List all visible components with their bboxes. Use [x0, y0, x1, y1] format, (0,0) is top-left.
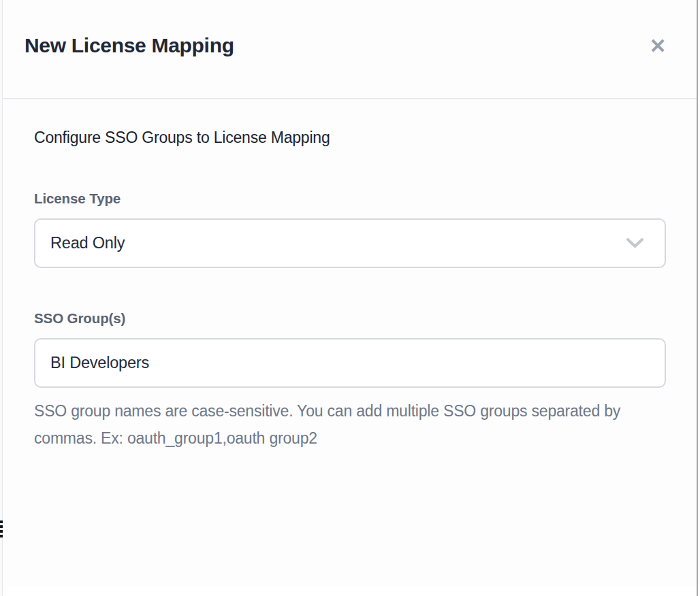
screen: New License Mapping ✕ Configure SSO Grou… [0, 0, 700, 596]
modal-body: Configure SSO Groups to License Mapping … [3, 99, 700, 452]
modal-header: New License Mapping ✕ [3, 0, 700, 99]
close-icon: ✕ [649, 35, 666, 57]
scrollbar-track[interactable] [697, 0, 700, 596]
license-type-label: License Type [34, 191, 700, 207]
license-type-selected-value: Read Only [50, 234, 125, 252]
modal-footer [7, 586, 700, 596]
new-license-mapping-modal: New License Mapping ✕ Configure SSO Grou… [3, 0, 700, 596]
close-button[interactable]: ✕ [643, 33, 673, 60]
clipped-list-icon [0, 520, 3, 540]
modal-title: New License Mapping [25, 34, 234, 57]
sso-groups-help-text: SSO group names are case-sensitive. You … [34, 397, 624, 452]
background-page-edge [0, 0, 3, 596]
license-type-select[interactable]: Read Only [34, 218, 666, 268]
section-heading: Configure SSO Groups to License Mapping [34, 127, 700, 148]
chevron-down-icon [626, 237, 644, 249]
sso-groups-input[interactable] [34, 338, 666, 388]
sso-groups-label: SSO Group(s) [34, 310, 700, 327]
